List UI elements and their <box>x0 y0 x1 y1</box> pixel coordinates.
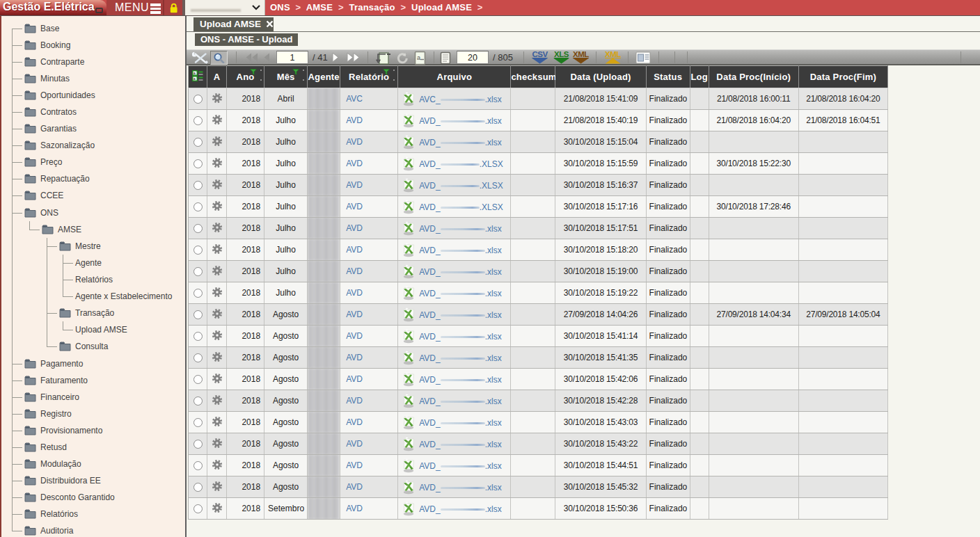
svg-text:a: a <box>417 54 420 61</box>
